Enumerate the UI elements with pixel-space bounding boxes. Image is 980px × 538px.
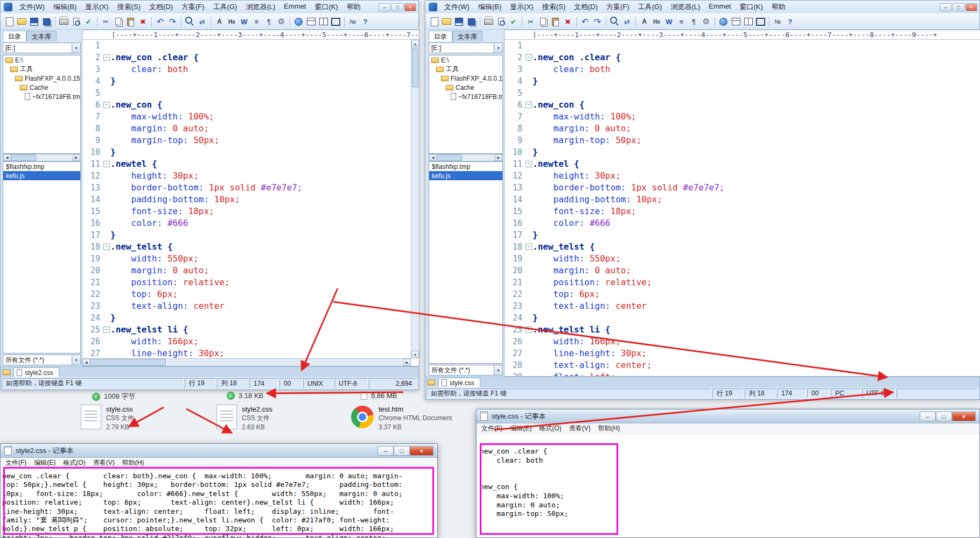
sidebar-tab-directory[interactable]: 目录 bbox=[3, 31, 26, 41]
menu-item[interactable]: 浏览器(L) bbox=[241, 1, 279, 13]
tree-item[interactable]: FlashFXP_4.0.0.150 bbox=[3, 74, 80, 83]
open-folder-icon[interactable] bbox=[441, 16, 452, 27]
file-filter-selector[interactable]: 所有文件 (*.*) ▼ bbox=[3, 355, 81, 365]
delete-icon[interactable]: ✖ bbox=[562, 16, 573, 27]
paste-icon[interactable] bbox=[550, 16, 561, 27]
view-panes-icon[interactable] bbox=[743, 16, 754, 27]
scrollbar-thumb[interactable] bbox=[90, 359, 166, 366]
close-button[interactable]: × bbox=[404, 3, 416, 11]
spell-check-icon[interactable]: ✔ bbox=[508, 16, 519, 27]
word-wrap-icon[interactable]: W bbox=[239, 16, 250, 27]
num-icon[interactable]: № bbox=[347, 16, 359, 27]
scroll-up-button[interactable]: ▲ bbox=[411, 40, 419, 47]
dropdown-arrow-icon[interactable]: ▼ bbox=[494, 43, 502, 53]
menu-item[interactable]: 浏览器(L) bbox=[666, 1, 704, 13]
file-filter-selector[interactable]: 所有文件 (*.*) ▼ bbox=[429, 365, 503, 376]
redo-icon[interactable]: ↷ bbox=[592, 16, 603, 27]
minimize-button[interactable]: – bbox=[920, 412, 936, 421]
view-browser-icon[interactable] bbox=[293, 16, 304, 27]
menu-item[interactable]: 文件(F) bbox=[2, 457, 30, 469]
drive-selector[interactable]: [E:] ▼ bbox=[3, 43, 81, 53]
line-numbers-icon[interactable]: ≡ bbox=[676, 16, 687, 27]
replace-icon[interactable]: ⇄ bbox=[197, 16, 208, 27]
sidebar-tab-cliptext[interactable]: 文本库 bbox=[26, 31, 57, 41]
menu-item[interactable]: 编辑(B) bbox=[474, 1, 506, 13]
menu-item[interactable]: 搜索(S) bbox=[113, 1, 145, 13]
minimize-button[interactable]: – bbox=[940, 3, 951, 11]
print-icon[interactable] bbox=[58, 16, 69, 27]
cut-icon[interactable]: ✂ bbox=[100, 16, 111, 27]
menu-item[interactable]: 帮助(H) bbox=[118, 457, 148, 469]
document-tab[interactable]: style.css bbox=[438, 378, 480, 387]
scrollbar-thumb[interactable] bbox=[437, 154, 462, 161]
menu-item[interactable]: 帮助(H) bbox=[594, 423, 624, 434]
menu-item[interactable]: 编辑(E) bbox=[30, 457, 59, 469]
view-split-icon[interactable] bbox=[305, 16, 317, 27]
maximize-button[interactable]: □ bbox=[394, 446, 410, 456]
print-preview-icon[interactable] bbox=[495, 16, 507, 27]
new-file-icon[interactable] bbox=[4, 16, 15, 27]
line-numbers-icon[interactable]: ≡ bbox=[251, 16, 262, 27]
sidebar-tab-directory[interactable]: 目录 bbox=[429, 31, 452, 41]
text-area[interactable]: new_con .clear { clear: both}.new_con { … bbox=[1, 469, 437, 537]
menu-item[interactable]: 查看(V) bbox=[565, 423, 594, 434]
file-item[interactable]: test.htm Chrome HTML Document 3.37 KB bbox=[351, 405, 452, 432]
close-button[interactable]: × bbox=[952, 412, 976, 421]
menu-item[interactable]: Emmet bbox=[279, 1, 310, 13]
fold-marker-icon[interactable] bbox=[525, 52, 533, 63]
sidebar-tab-cliptext[interactable]: 文本库 bbox=[452, 31, 482, 41]
copy-icon[interactable] bbox=[537, 16, 549, 27]
new-file-icon[interactable] bbox=[429, 16, 440, 27]
maximize-button[interactable]: □ bbox=[936, 412, 952, 421]
print-icon[interactable] bbox=[483, 16, 494, 27]
save-all-icon[interactable] bbox=[41, 16, 52, 27]
title-bar[interactable]: style2.css - 记事本 – □ × bbox=[1, 444, 437, 458]
minimize-button[interactable]: – bbox=[377, 446, 394, 456]
find-icon[interactable] bbox=[609, 16, 620, 27]
close-button[interactable]: × bbox=[410, 446, 433, 456]
save-all-icon[interactable] bbox=[466, 16, 477, 27]
minimize-button[interactable]: – bbox=[379, 3, 390, 11]
tree-item[interactable]: 工具 bbox=[3, 65, 80, 74]
scroll-left-button[interactable]: ◀ bbox=[82, 359, 90, 366]
dropdown-arrow-icon[interactable]: ▼ bbox=[494, 365, 502, 375]
fold-marker-icon[interactable] bbox=[103, 324, 110, 336]
view-browser-icon[interactable] bbox=[718, 16, 729, 27]
dropdown-arrow-icon[interactable]: ▼ bbox=[72, 355, 80, 365]
menu-item[interactable]: 方案(F) bbox=[602, 1, 634, 13]
menu-item[interactable]: 编辑(B) bbox=[49, 1, 81, 13]
menu-item[interactable]: 方案(F) bbox=[177, 1, 209, 13]
menu-item[interactable]: 显示(X) bbox=[506, 1, 537, 13]
fold-marker-icon[interactable] bbox=[525, 99, 533, 111]
settings-icon[interactable]: ⚙ bbox=[276, 16, 287, 27]
title-bar[interactable]: style.css - 记事本 – □ × bbox=[477, 409, 979, 423]
file-list-item[interactable]: kefu.js bbox=[3, 171, 80, 180]
drive-selector[interactable]: [E:] ▼ bbox=[429, 43, 503, 53]
save-icon[interactable] bbox=[29, 16, 40, 27]
hex-view-icon[interactable]: Hx bbox=[651, 16, 662, 27]
folder-icon[interactable] bbox=[428, 380, 435, 385]
view-split-icon[interactable] bbox=[730, 16, 741, 27]
menu-item[interactable]: 文件(W) bbox=[15, 1, 49, 13]
menu-item[interactable]: 显示(X) bbox=[81, 1, 113, 13]
tree-horizontal-scrollbar[interactable]: ◀ ▶ bbox=[3, 154, 81, 161]
document-tab[interactable]: style2.css bbox=[13, 367, 59, 377]
menu-item[interactable]: 窗口(K) bbox=[310, 1, 342, 13]
delete-icon[interactable]: ✖ bbox=[137, 16, 149, 27]
open-folder-icon[interactable] bbox=[16, 16, 27, 27]
menu-item[interactable]: 格式(O) bbox=[535, 423, 565, 434]
menu-item[interactable]: 帮助 bbox=[342, 1, 365, 13]
code-area[interactable]: 12.new_con .clear {3 clear: both4}56.new… bbox=[505, 40, 980, 376]
code-editor[interactable]: |----+----1----+----2----+----3----+----… bbox=[504, 30, 980, 377]
file-item[interactable]: style2.css CSS 文件 2.63 KB bbox=[216, 405, 272, 432]
tree-item[interactable]: FlashFXP_4.0.0.150 bbox=[429, 74, 502, 83]
maximize-button[interactable]: □ bbox=[953, 3, 964, 11]
fold-marker-icon[interactable] bbox=[103, 241, 110, 253]
special-chars-icon[interactable]: ¶ bbox=[688, 16, 699, 27]
scrollbar-thumb[interactable] bbox=[11, 154, 36, 161]
settings-icon[interactable]: ⚙ bbox=[701, 16, 712, 27]
save-icon[interactable] bbox=[453, 16, 465, 27]
tree-item[interactable]: 工具 bbox=[429, 65, 502, 74]
cut-icon[interactable]: ✂ bbox=[525, 16, 536, 27]
redo-icon[interactable]: ↷ bbox=[167, 16, 178, 27]
